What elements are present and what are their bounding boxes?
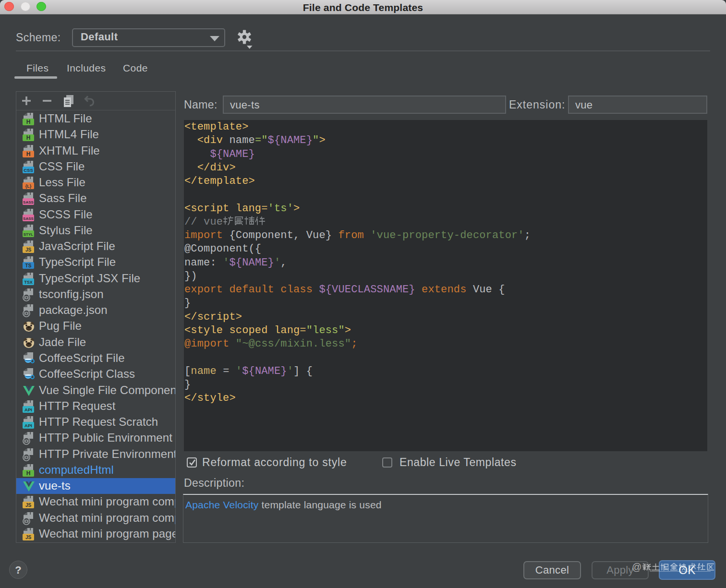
svg-text:STYL: STYL bbox=[24, 232, 34, 237]
svg-text:TSX: TSX bbox=[24, 280, 33, 285]
svg-text:H: H bbox=[26, 119, 31, 125]
svg-text:CSS: CSS bbox=[24, 168, 33, 173]
svg-text:TS: TS bbox=[25, 263, 32, 268]
svg-text:SASS: SASS bbox=[23, 200, 34, 204]
svg-text:API: API bbox=[24, 423, 32, 428]
svg-text:JS: JS bbox=[25, 503, 32, 508]
svg-text:API: API bbox=[24, 407, 32, 412]
svg-text:H: H bbox=[26, 470, 31, 477]
svg-text:H: H bbox=[26, 134, 31, 141]
svg-text:JS: JS bbox=[25, 535, 32, 540]
svg-text:H: H bbox=[26, 151, 31, 157]
svg-text:{L}: {L} bbox=[25, 184, 32, 189]
svg-text:JS: JS bbox=[25, 247, 32, 252]
svg-text:SASS: SASS bbox=[23, 216, 34, 221]
